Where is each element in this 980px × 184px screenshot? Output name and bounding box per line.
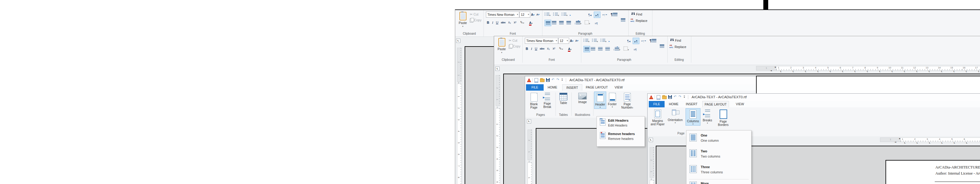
highlight-button[interactable] <box>558 46 564 51</box>
justify-button[interactable] <box>605 46 610 52</box>
shrink-font-button[interactable]: A <box>574 38 579 43</box>
borders-button[interactable] <box>585 20 590 26</box>
find-button[interactable]: Find <box>631 13 642 16</box>
orientation-button[interactable]: Orientation <box>667 108 684 124</box>
replace-button[interactable]: Replace <box>630 18 647 22</box>
align-left-button[interactable] <box>544 20 551 26</box>
cut-button[interactable]: Cut <box>509 38 517 43</box>
line-spacing-button[interactable] <box>613 46 620 52</box>
orientation-dropdown-arrow[interactable] <box>667 122 684 124</box>
tab-stop-icon[interactable]: L <box>842 70 843 72</box>
tab-stop-icon[interactable]: L <box>892 70 893 72</box>
shrink-font-button[interactable]: A <box>536 12 540 18</box>
highlight-dropdown-arrow[interactable] <box>562 47 563 51</box>
tab-stop-icon[interactable]: L <box>904 70 905 72</box>
menu-item-one-column[interactable]: One One column <box>686 132 751 147</box>
open-folder-icon[interactable] <box>540 79 544 82</box>
quick-access-dropdown-icon[interactable]: ▾ <box>684 96 685 99</box>
find-button[interactable]: Find <box>670 38 681 42</box>
tab-stop-icon[interactable]: L <box>904 142 905 144</box>
paragraph-ltr-button[interactable] <box>633 38 640 44</box>
decrease-indent-button[interactable] <box>619 44 705 49</box>
indent-marker-icon[interactable]: ▸ <box>899 137 900 140</box>
tab-home[interactable]: HOME <box>667 101 681 107</box>
menu-item-more-columns[interactable]: More <box>686 180 751 184</box>
bullet-list-button[interactable] <box>584 38 590 44</box>
redo-icon[interactable]: ↷ <box>679 94 681 99</box>
paste-button[interactable]: Paste <box>458 12 468 27</box>
breaks-button[interactable]: ▶ Breaks <box>701 108 714 125</box>
columns-dropdown-arrow[interactable] <box>686 123 700 125</box>
tab-stop-icon[interactable]: L <box>805 70 806 72</box>
tab-stop-icon[interactable]: L <box>818 70 819 72</box>
vertical-ruler[interactable]: 21 ↓ <box>650 147 654 184</box>
cut-button[interactable]: Cut <box>470 13 478 16</box>
superscript-button[interactable]: x² <box>552 46 557 51</box>
copy-button[interactable]: Copy <box>470 18 481 22</box>
copy-button[interactable]: Copy <box>509 45 520 49</box>
redo-icon[interactable]: ↷ <box>557 78 559 82</box>
show-paragraph-marks-button[interactable] <box>609 12 614 18</box>
menu-item-remove-headers[interactable]: Remove headers Remove headers <box>597 130 644 144</box>
tab-stop-icon[interactable]: L <box>917 142 918 144</box>
menu-item-two-columns[interactable]: Two Two columns <box>686 147 751 163</box>
tab-selector-icon[interactable]: L <box>649 138 653 142</box>
tab-insert[interactable]: INSERT <box>562 84 582 91</box>
strikethrough-button[interactable]: abc <box>539 46 546 51</box>
multilevel-list-button[interactable] <box>562 12 568 18</box>
numbered-list-button[interactable] <box>553 12 559 18</box>
title-bar[interactable]: ↶ ↷ ▾ ArCADia-TEXT - ArCADiaTEXT0.rtf <box>525 76 756 84</box>
tab-stop-icon[interactable]: L <box>929 142 930 144</box>
font-color-dropdown-arrow[interactable] <box>570 47 571 51</box>
tab-file[interactable]: FILE <box>526 84 544 91</box>
tab-stop-icon[interactable]: L <box>793 70 794 72</box>
bullet-list-button[interactable] <box>544 12 550 18</box>
tab-stop-icon[interactable]: L <box>929 70 930 72</box>
tab-selector-icon[interactable]: L <box>527 119 531 123</box>
font-size-combo[interactable]: 12 <box>558 38 569 44</box>
font-color-dropdown-arrow[interactable] <box>531 21 533 25</box>
tab-stop-icon[interactable]: L <box>879 70 880 72</box>
quick-access-dropdown-icon[interactable]: ▾ <box>562 78 563 82</box>
tab-page-layout[interactable]: PAGE LAYOUT <box>702 101 729 107</box>
align-center-button[interactable] <box>552 20 557 26</box>
tab-view[interactable]: VIEW <box>612 84 625 91</box>
tab-stop-icon[interactable]: L <box>966 70 967 72</box>
header-dropdown-arrow[interactable] <box>594 106 606 109</box>
tab-selector-icon[interactable]: L <box>456 38 460 43</box>
menu-item-three-columns[interactable]: Three Three columns <box>686 163 751 179</box>
paragraph-settings-button[interactable] <box>593 20 599 26</box>
tab-stop-icon[interactable]: L <box>966 142 967 144</box>
page-number-button[interactable]: # Page Number <box>619 91 635 109</box>
page-borders-button[interactable]: Page Borders <box>715 108 732 126</box>
footer-button[interactable]: Footer <box>606 91 618 108</box>
tab-view[interactable]: VIEW <box>733 101 747 107</box>
replace-button[interactable]: Replace <box>670 45 686 49</box>
tab-stop-icon[interactable]: L <box>830 70 831 72</box>
align-left-button[interactable] <box>584 46 590 52</box>
tab-home[interactable]: HOME <box>545 84 560 91</box>
font-color-button[interactable]: A <box>567 46 573 52</box>
blank-page-button[interactable]: Blank Page <box>528 91 540 109</box>
align-right-button[interactable] <box>559 20 564 26</box>
tab-insert[interactable]: INSERT <box>683 101 700 107</box>
subscript-button[interactable]: x₂ <box>546 46 551 51</box>
image-button[interactable]: Image <box>573 91 592 104</box>
highlight-button[interactable] <box>519 20 525 25</box>
font-size-combo[interactable]: 12 <box>519 11 530 18</box>
page-break-button[interactable]: ▶ Page Break <box>541 91 554 109</box>
tab-page-layout[interactable]: PAGE LAYOUT <box>585 84 609 91</box>
margins-and-paper-button[interactable]: Margins and Paper <box>650 108 665 126</box>
subscript-button[interactable]: x₂ <box>507 20 512 25</box>
tab-stop-icon[interactable]: L <box>954 70 955 72</box>
title-bar[interactable]: ↶ ↷ ▾ ArCADia-TEXT - ArCADiaTEXT0.rtf <box>648 94 980 101</box>
paste-dropdown-arrow[interactable] <box>458 25 468 27</box>
paragraph-ltr-button[interactable] <box>594 11 600 18</box>
align-right-button[interactable] <box>598 46 603 52</box>
vertical-ruler[interactable]: 21 ↓ 123456 <box>496 75 500 184</box>
numbered-list-button[interactable] <box>592 38 598 44</box>
vertical-ruler[interactable]: 21 ↓ 12345678 <box>457 48 461 184</box>
strikethrough-button[interactable]: abc <box>500 20 507 25</box>
breaks-dropdown-arrow[interactable] <box>701 122 714 125</box>
font-name-combo[interactable]: Times New Roman <box>525 38 558 44</box>
